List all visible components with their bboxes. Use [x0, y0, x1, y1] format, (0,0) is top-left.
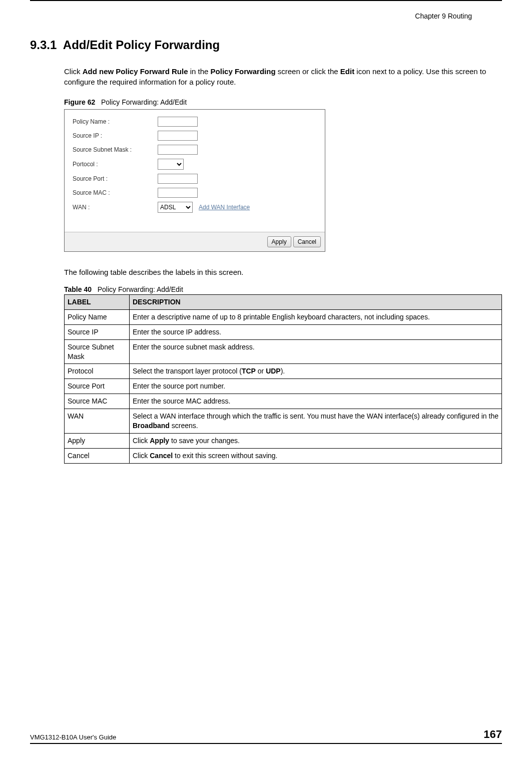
cell-label: Apply	[65, 433, 130, 448]
label-wan: WAN :	[73, 204, 158, 211]
table-header-label: LABEL	[65, 295, 130, 310]
form-row-source-mac: Source MAC :	[73, 188, 317, 198]
figure-screenshot: Policy Name : Source IP : Source Subnet …	[64, 109, 325, 252]
labels-description-table: LABEL DESCRIPTION Policy Name Enter a de…	[64, 294, 502, 464]
source-port-input[interactable]	[158, 174, 198, 184]
label-source-mac: Source MAC :	[73, 189, 158, 196]
source-subnet-input[interactable]	[158, 145, 198, 155]
dialog-form: Policy Name : Source IP : Source Subnet …	[65, 110, 325, 232]
table-caption-text: Policy Forwarding: Add/Edit	[98, 285, 183, 293]
table-label: Table 40	[64, 285, 92, 293]
table-header-description: DESCRIPTION	[130, 295, 502, 310]
label-source-subnet: Source Subnet Mask :	[73, 146, 158, 153]
form-row-source-port: Source Port :	[73, 174, 317, 184]
table-row: Source Subnet Mask Enter the source subn…	[65, 339, 502, 364]
table-row: Protocol Select the transport layer prot…	[65, 364, 502, 379]
table-row: Policy Name Enter a descriptive name of …	[65, 309, 502, 324]
section-number: 9.3.1	[30, 38, 57, 52]
protocol-select[interactable]	[158, 159, 184, 170]
figure-caption: Figure 62 Policy Forwarding: Add/Edit	[64, 98, 502, 106]
cell-desc: Enter the source subnet mask address.	[130, 339, 502, 364]
form-row-source-ip: Source IP :	[73, 131, 317, 141]
apply-button[interactable]: Apply	[267, 236, 291, 247]
source-mac-input[interactable]	[158, 188, 198, 198]
cell-desc: Enter the source port number.	[130, 379, 502, 394]
footer-guide-name: VMG1312-B10A User's Guide	[30, 733, 116, 741]
figure-caption-text: Policy Forwarding: Add/Edit	[101, 98, 187, 106]
wan-select[interactable]: ADSL	[158, 202, 193, 213]
table-header-row: LABEL DESCRIPTION	[65, 295, 502, 310]
label-policy-name: Policy Name :	[73, 118, 158, 125]
form-row-wan: WAN : ADSL Add WAN Interface	[73, 202, 317, 213]
cell-desc: Enter the source MAC address.	[130, 394, 502, 409]
label-source-ip: Source IP :	[73, 132, 158, 139]
cell-desc: Enter the source IP address.	[130, 324, 502, 339]
page-footer: VMG1312-B10A User's Guide 167	[30, 728, 502, 744]
cell-label: Policy Name	[65, 309, 130, 324]
cell-label: Cancel	[65, 448, 130, 463]
cell-desc: Enter a descriptive name of up to 8 prin…	[130, 309, 502, 324]
table-row: Cancel Click Cancel to exit this screen …	[65, 448, 502, 463]
add-wan-interface-link[interactable]: Add WAN Interface	[199, 204, 250, 211]
cell-desc: Select the transport layer protocol (TCP…	[130, 364, 502, 379]
section-title: Add/Edit Policy Forwarding	[63, 38, 220, 52]
label-protocol: Portocol :	[73, 161, 158, 168]
figure-label: Figure 62	[64, 98, 95, 106]
table-caption: Table 40 Policy Forwarding: Add/Edit	[64, 285, 502, 293]
table-row: Source IP Enter the source IP address.	[65, 324, 502, 339]
cell-label: Protocol	[65, 364, 130, 379]
dialog-button-bar: Apply Cancel	[65, 232, 325, 251]
post-figure-paragraph: The following table describes the labels…	[64, 268, 502, 276]
cell-desc: Click Apply to save your changes.	[130, 433, 502, 448]
table-row: Source MAC Enter the source MAC address.	[65, 394, 502, 409]
label-source-port: Source Port :	[73, 175, 158, 182]
cell-label: Source IP	[65, 324, 130, 339]
cell-label: Source MAC	[65, 394, 130, 409]
cell-desc: Click Cancel to exit this screen without…	[130, 448, 502, 463]
form-row-source-subnet: Source Subnet Mask :	[73, 145, 317, 155]
chapter-label: Chapter 9 Routing	[415, 12, 472, 20]
cell-label: Source Subnet Mask	[65, 339, 130, 364]
intro-paragraph: Click Add new Policy Forward Rule in the…	[64, 66, 502, 87]
table-row: Apply Click Apply to save your changes.	[65, 433, 502, 448]
page-header: Chapter 9 Routing	[30, 0, 502, 20]
cell-label: WAN	[65, 409, 130, 434]
cell-desc: Select a WAN interface through which the…	[130, 409, 502, 434]
cancel-button[interactable]: Cancel	[293, 236, 321, 247]
source-ip-input[interactable]	[158, 131, 198, 141]
page-content: 9.3.1 Add/Edit Policy Forwarding Click A…	[0, 38, 532, 464]
section-heading: 9.3.1 Add/Edit Policy Forwarding	[30, 38, 502, 52]
table-row: WAN Select a WAN interface through which…	[65, 409, 502, 434]
form-row-policy-name: Policy Name :	[73, 117, 317, 127]
page-number: 167	[483, 728, 502, 741]
form-row-protocol: Portocol :	[73, 159, 317, 170]
table-row: Source Port Enter the source port number…	[65, 379, 502, 394]
cell-label: Source Port	[65, 379, 130, 394]
policy-name-input[interactable]	[158, 117, 198, 127]
